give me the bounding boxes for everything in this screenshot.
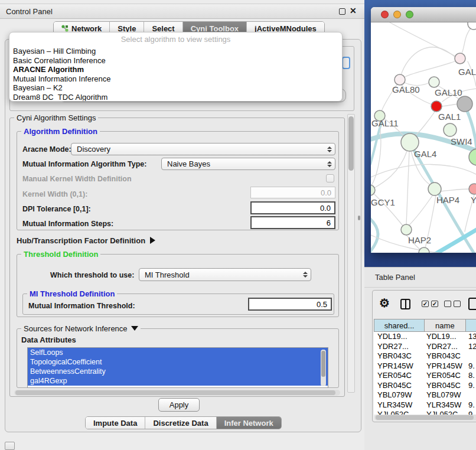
table-column-header[interactable]: [466, 319, 476, 331]
control-panel-titlebar: Control Panel ✕: [0, 4, 364, 19]
network-edge[interactable]: [371, 217, 378, 253]
data-attribute-item[interactable]: TopologicalCoefficient: [28, 357, 328, 367]
table-cell: YPR145W: [425, 361, 466, 371]
network-node[interactable]: [468, 22, 476, 30]
data-attributes-list[interactable]: SelfLoopsTopologicalCoefficientBetweenne…: [27, 347, 328, 388]
mi-algorithm-type-combo[interactable]: Naive Bayes: [161, 158, 335, 170]
network-node-gal1[interactable]: [431, 101, 442, 112]
table-row[interactable]: YBL079WYBL079W: [374, 390, 476, 400]
network-node-hap2[interactable]: [401, 224, 412, 235]
columns-icon[interactable]: [400, 299, 410, 309]
network-edge[interactable]: [401, 47, 456, 75]
mi-threshold-input[interactable]: [248, 298, 332, 311]
table-row[interactable]: YBR045CYBR045C9.: [374, 381, 476, 391]
network-node-gal[interactable]: [455, 53, 465, 64]
threshold-definition-title: Threshold Definition: [21, 250, 100, 259]
network-edge[interactable]: [442, 104, 458, 106]
bottom-tab-impute-data[interactable]: Impute Data: [86, 417, 145, 429]
table-row[interactable]: YDL19...YDL19...13: [374, 332, 476, 342]
new-table-icon[interactable]: [468, 298, 476, 310]
mi-steps-input[interactable]: [250, 216, 335, 229]
sources-title[interactable]: Sources for Network Inference: [21, 324, 141, 333]
network-edge[interactable]: [406, 151, 409, 224]
table-cell: [466, 351, 476, 361]
splitter-handle[interactable]: [358, 216, 360, 220]
algorithm-dropdown-item[interactable]: Bayesian – Hill Climbing: [9, 47, 342, 56]
close-icon[interactable]: ✕: [350, 6, 357, 15]
bottom-tab-infer-network[interactable]: Infer Network: [217, 417, 281, 429]
deselect-all-columns-icon[interactable]: [444, 301, 461, 307]
table-column-header-shared[interactable]: shared...: [374, 319, 425, 331]
network-node-gcy1[interactable]: [371, 185, 375, 195]
apply-button[interactable]: Apply: [158, 398, 200, 412]
network-window-titlebar: [371, 7, 476, 22]
algorithm-dropdown-item[interactable]: Basic Correlation Inference: [9, 56, 342, 66]
table-row[interactable]: YJL052CYJL052C9: [374, 410, 476, 415]
minimize-traffic-light-icon[interactable]: [393, 11, 401, 18]
which-threshold-combo[interactable]: MI Threshold: [139, 268, 311, 281]
focused-stepper-fragment[interactable]: [342, 57, 350, 69]
aracne-mode-combo[interactable]: Discovery: [71, 143, 335, 155]
mi-algorithm-type-label: Mutual Information Algorithm Type:: [22, 160, 146, 168]
float-window-icon[interactable]: [339, 8, 345, 15]
algorithm-dropdown-item[interactable]: Dream8 DC_TDC Algorithm: [9, 93, 342, 102]
algorithm-dropdown-item[interactable]: Mutual Information Inference: [9, 74, 342, 84]
network-canvas[interactable]: GALGAL80GAL10GAL1GAL11SWI4GAL4GCY1HAP4YH…: [371, 22, 476, 253]
table-cell: YBL079W: [374, 390, 425, 400]
zoom-traffic-light-icon[interactable]: [406, 11, 413, 18]
screen: Control Panel ✕ NetworkStyleSelectCyni T…: [0, 0, 476, 450]
algorithm-dropdown-item[interactable]: Bayesian – K2: [9, 83, 342, 93]
table-panel-box: ⚙ ✓✓ shared...name YDL19...YDL19...13YDR…: [372, 290, 476, 422]
network-node[interactable]: [457, 96, 472, 112]
network-node-gal10[interactable]: [429, 77, 439, 87]
settings-horizontal-scrollbar[interactable]: [14, 390, 340, 396]
bottom-tab-bar: Impute DataDiscretize DataInfer Network: [85, 416, 282, 429]
table-panel: Table Panel ⚙ ✓✓ shared...name YDL19..: [364, 267, 476, 450]
table-column-header-name[interactable]: name: [425, 319, 465, 331]
hub-definition-toggle[interactable]: Hub/Transcription Factor Definition: [17, 236, 155, 245]
table-panel-title: Table Panel: [375, 273, 415, 282]
close-traffic-light-icon[interactable]: [381, 11, 389, 18]
network-node-hap4[interactable]: [428, 182, 441, 195]
network-node-label: GAL4: [414, 149, 436, 159]
network-edge[interactable]: [415, 111, 435, 136]
table-row[interactable]: YDR27...YDR27...12: [374, 342, 476, 352]
network-edge[interactable]: [431, 228, 476, 253]
mi-threshold-label: Mutual Information Threshold:: [28, 302, 135, 310]
network-edge[interactable]: [409, 195, 433, 226]
network-view-window[interactable]: GALGAL80GAL10GAL1GAL11SWI4GAL4GCY1HAP4YH…: [371, 7, 476, 253]
table-cell: YER054C: [425, 371, 466, 381]
select-all-columns-icon[interactable]: ✓✓: [422, 301, 438, 307]
network-node-y[interactable]: [469, 184, 476, 194]
network-edge[interactable]: [405, 61, 455, 77]
data-attribute-item[interactable]: SelfLoops: [28, 348, 328, 357]
bottom-tab-discretize-data[interactable]: Discretize Data: [145, 417, 216, 429]
network-node-swi4[interactable]: [444, 123, 457, 136]
network-node-gal80[interactable]: [395, 74, 405, 85]
network-node[interactable]: [469, 149, 476, 165]
table-row[interactable]: YBR043CYBR043C: [374, 351, 476, 361]
network-edge[interactable]: [390, 22, 455, 56]
data-attribute-item[interactable]: BetweennessCentrality: [28, 367, 328, 376]
kernel-width-input[interactable]: [250, 187, 335, 198]
algorithm-dropdown-item[interactable]: ARACNE Algorithm: [9, 65, 342, 74]
dpi-tolerance-input[interactable]: [250, 201, 335, 214]
network-edge[interactable]: [441, 189, 470, 191]
data-attribute-item[interactable]: gal4RGexp: [28, 376, 328, 386]
table-row[interactable]: YPR145WYPR145W9.: [374, 361, 476, 371]
network-edge[interactable]: [461, 26, 472, 54]
table-row[interactable]: YER054CYER054C8.: [374, 371, 476, 381]
network-edge[interactable]: [374, 151, 407, 188]
settings-vertical-scrollbar[interactable]: [347, 114, 355, 393]
combo-stepper-icon: [325, 161, 335, 167]
gear-icon[interactable]: ⚙: [379, 296, 390, 310]
which-threshold-label: Which threshold to use:: [50, 271, 134, 279]
manual-kernel-width-checkbox[interactable]: [326, 174, 334, 182]
minimized-panel-button[interactable]: [5, 442, 15, 450]
table-row[interactable]: YLR345WYLR345W9.: [374, 400, 476, 410]
table-cell: 9.: [466, 361, 476, 371]
network-node[interactable]: [419, 247, 429, 253]
table-horizontal-scrollbar[interactable]: [374, 415, 476, 420]
attribute-list-scrollbar[interactable]: [321, 350, 326, 386]
table-cell: YDL19...: [374, 332, 425, 342]
